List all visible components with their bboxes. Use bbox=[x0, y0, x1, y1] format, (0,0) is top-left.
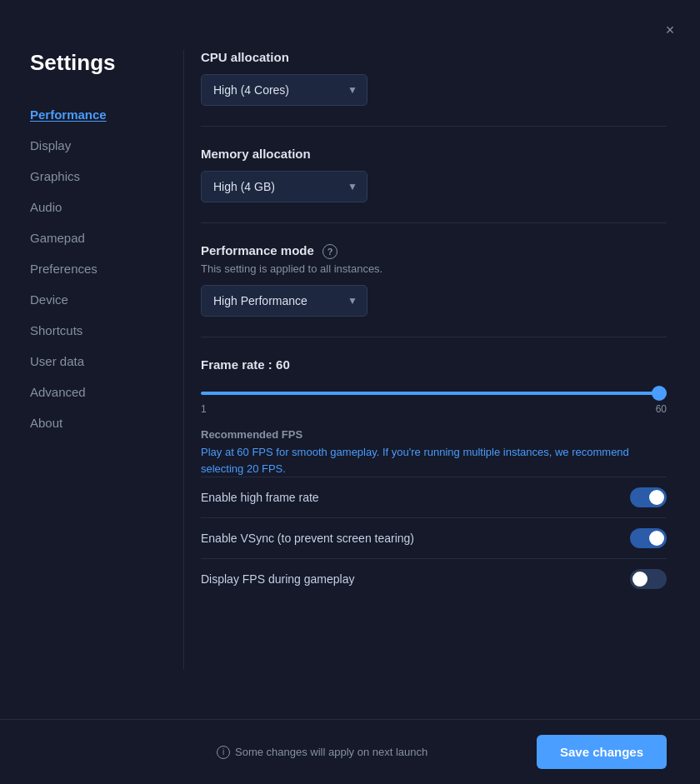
sidebar-item-advanced[interactable]: Advanced bbox=[30, 377, 183, 407]
close-button[interactable]: × bbox=[658, 18, 682, 42]
toggle-label-vsync: Enable VSync (to prevent screen tearing) bbox=[201, 532, 414, 545]
slider-max-label: 60 bbox=[656, 403, 667, 415]
divider-2 bbox=[201, 222, 667, 223]
toggle-display-fps[interactable] bbox=[630, 569, 667, 589]
frame-rate-section: Frame rate : 60 1 60 Recommended FPS Pla… bbox=[201, 357, 667, 599]
toggle-vsync[interactable] bbox=[630, 528, 667, 548]
recommended-fps-title: Recommended FPS bbox=[201, 428, 667, 441]
sidebar-item-graphics[interactable]: Graphics bbox=[30, 161, 183, 192]
sidebar-item-about[interactable]: About bbox=[30, 407, 183, 438]
sidebar-item-device[interactable]: Device bbox=[30, 284, 183, 315]
slider-min-label: 1 bbox=[201, 403, 207, 415]
performance-mode-sublabel: This setting is applied to all instances… bbox=[201, 262, 667, 275]
left-panel: Settings Performance Display Graphics Au… bbox=[0, 50, 183, 669]
toggle-row-vsync: Enable VSync (to prevent screen tearing) bbox=[201, 517, 667, 558]
frame-rate-slider[interactable] bbox=[201, 392, 667, 395]
memory-section: Memory allocation Low (1 GB) Medium (2 G… bbox=[201, 147, 667, 202]
sidebar-item-preferences[interactable]: Preferences bbox=[30, 253, 183, 284]
memory-dropdown[interactable]: Low (1 GB) Medium (2 GB) High (4 GB) Ult… bbox=[201, 171, 368, 202]
cpu-label: CPU allocation bbox=[201, 50, 667, 64]
sidebar-item-audio[interactable]: Audio bbox=[30, 192, 183, 222]
footer-info-icon: i bbox=[217, 746, 230, 759]
footer-bar: i Some changes will apply on next launch… bbox=[0, 719, 700, 784]
performance-mode-help-icon[interactable]: ? bbox=[322, 244, 338, 259]
settings-modal: × Settings Performance Display Graphics … bbox=[0, 0, 700, 784]
sidebar-item-performance[interactable]: Performance bbox=[30, 99, 183, 130]
performance-mode-section: Performance mode ? This setting is appli… bbox=[201, 243, 667, 317]
content-area: CPU allocation Low (1 Core) Medium (2 Co… bbox=[183, 50, 700, 669]
footer-note: i Some changes will apply on next launch bbox=[217, 746, 428, 759]
cpu-dropdown-wrapper: Low (1 Core) Medium (2 Cores) High (4 Co… bbox=[201, 74, 368, 106]
performance-mode-dropdown-wrapper: Balanced High Performance Power Saver ▼ bbox=[201, 285, 368, 317]
sidebar-item-shortcuts[interactable]: Shortcuts bbox=[30, 315, 183, 346]
toggle-thumb-vsync bbox=[649, 531, 664, 546]
toggle-thumb-high-frame-rate bbox=[649, 490, 664, 505]
toggle-row-high-frame-rate: Enable high frame rate bbox=[201, 477, 667, 517]
divider-1 bbox=[201, 126, 667, 127]
sidebar-item-display[interactable]: Display bbox=[30, 130, 183, 161]
settings-container: Settings Performance Display Graphics Au… bbox=[0, 0, 700, 702]
performance-mode-dropdown[interactable]: Balanced High Performance Power Saver bbox=[201, 285, 368, 317]
divider-3 bbox=[201, 337, 667, 337]
frame-rate-label: Frame rate : 60 bbox=[201, 357, 667, 372]
toggle-label-high-frame-rate: Enable high frame rate bbox=[201, 491, 319, 504]
cpu-dropdown[interactable]: Low (1 Core) Medium (2 Cores) High (4 Co… bbox=[201, 74, 368, 106]
page-title: Settings bbox=[0, 50, 183, 99]
performance-mode-label: Performance mode ? bbox=[201, 243, 667, 259]
toggle-row-display-fps: Display FPS during gameplay bbox=[201, 558, 667, 599]
cpu-section: CPU allocation Low (1 Core) Medium (2 Co… bbox=[201, 50, 667, 106]
toggle-track-display-fps bbox=[630, 569, 667, 589]
sidebar: Performance Display Graphics Audio Gamep… bbox=[0, 99, 183, 438]
sidebar-item-user-data[interactable]: User data bbox=[30, 346, 183, 377]
toggle-high-frame-rate[interactable] bbox=[630, 487, 667, 507]
toggle-thumb-display-fps bbox=[632, 572, 648, 587]
toggle-label-display-fps: Display FPS during gameplay bbox=[201, 572, 354, 586]
sidebar-item-gamepad[interactable]: Gamepad bbox=[30, 222, 183, 253]
recommended-fps-section: Recommended FPS Play at 60 FPS for smoot… bbox=[201, 428, 667, 477]
footer-note-text: Some changes will apply on next launch bbox=[235, 746, 428, 758]
save-button[interactable]: Save changes bbox=[537, 735, 667, 769]
memory-label: Memory allocation bbox=[201, 147, 667, 161]
toggle-track-high-frame-rate bbox=[630, 487, 667, 507]
recommended-fps-text: Play at 60 FPS for smooth gameplay. If y… bbox=[201, 444, 634, 477]
slider-ticks: 1 60 bbox=[201, 403, 667, 415]
slider-wrapper bbox=[201, 383, 667, 398]
memory-dropdown-wrapper: Low (1 GB) Medium (2 GB) High (4 GB) Ult… bbox=[201, 171, 368, 202]
toggle-track-vsync bbox=[630, 528, 667, 548]
